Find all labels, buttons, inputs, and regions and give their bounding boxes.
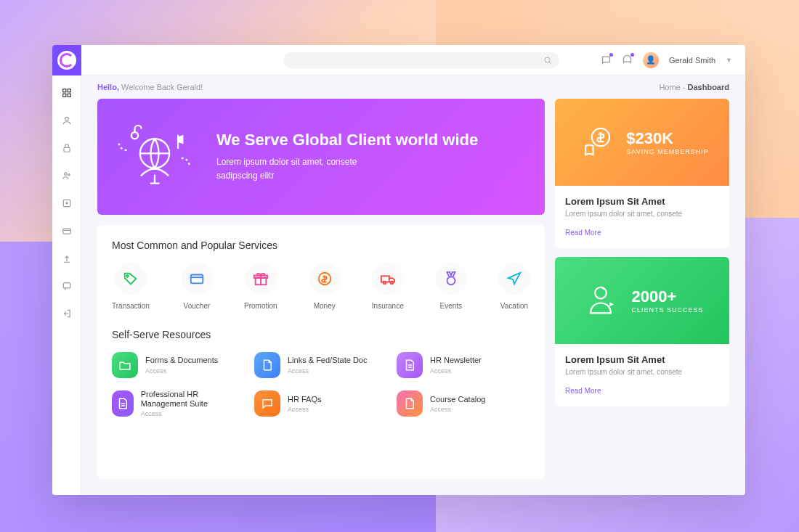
sidebar-item-logout[interactable] bbox=[60, 306, 74, 321]
stat-card: $230KSAVING MEMBERSHIPLorem Ipsum Sit Am… bbox=[555, 99, 729, 248]
chat-icon bbox=[254, 390, 280, 417]
notifications-icon[interactable] bbox=[622, 54, 633, 65]
svg-rect-5 bbox=[63, 147, 69, 152]
doc-icon bbox=[397, 390, 423, 417]
svg-point-17 bbox=[126, 275, 129, 277]
resource-title: Course Catalog bbox=[430, 395, 485, 404]
card-subtitle: CLIENTS SUCCESS bbox=[631, 306, 703, 314]
service-events[interactable]: Events bbox=[435, 263, 467, 310]
svg-line-13 bbox=[549, 62, 551, 64]
resource-title: Professional HR Management Suite bbox=[141, 390, 246, 409]
sidebar-item-chat[interactable] bbox=[60, 279, 74, 293]
topbar: 👤 Gerald Smith ▼ bbox=[81, 45, 745, 75]
app-window: 👤 Gerald Smith ▼ Hello, Welcome Back Ger… bbox=[52, 45, 745, 495]
svg-rect-11 bbox=[63, 283, 70, 288]
doc2-icon bbox=[397, 352, 423, 378]
services-title: Most Common and Popular Services bbox=[112, 240, 530, 251]
service-transaction[interactable]: Transaction bbox=[112, 263, 150, 310]
sidebar-item-people[interactable] bbox=[60, 168, 74, 183]
card-subtitle: SAVING MEMBERSHIP bbox=[626, 148, 708, 155]
service-label: Insurance bbox=[372, 302, 404, 310]
resource-item[interactable]: Course CatalogAccess bbox=[397, 390, 530, 417]
service-label: Promotion bbox=[244, 302, 277, 310]
breadcrumb-home[interactable]: Home bbox=[659, 83, 680, 91]
sidebar-item-upload[interactable] bbox=[60, 251, 74, 266]
resources-title: Self-Serve Resources bbox=[112, 329, 530, 340]
messages-icon[interactable] bbox=[601, 54, 612, 65]
search-input[interactable] bbox=[291, 56, 543, 65]
welcome-text: Welcome Back Gerald! bbox=[121, 83, 203, 91]
sidebar-item-download[interactable] bbox=[60, 196, 74, 210]
card-title: Lorem Ipsum Sit Amet bbox=[565, 196, 719, 207]
medal-icon bbox=[435, 263, 467, 295]
sidebar-item-lock[interactable] bbox=[60, 141, 74, 155]
main-area: 👤 Gerald Smith ▼ Hello, Welcome Back Ger… bbox=[81, 45, 745, 495]
card-icon bbox=[181, 263, 213, 295]
breadcrumb: Home - Dashboard bbox=[659, 83, 729, 91]
resource-sub: Access bbox=[288, 406, 321, 413]
service-money[interactable]: Money bbox=[309, 263, 341, 310]
sidebar-item-card[interactable] bbox=[60, 224, 74, 238]
svg-rect-2 bbox=[62, 94, 65, 97]
logo[interactable] bbox=[52, 45, 81, 75]
svg-rect-1 bbox=[68, 89, 70, 92]
service-label: Events bbox=[440, 302, 463, 310]
resource-sub: Access bbox=[288, 367, 367, 375]
breadcrumb-row: Hello, Welcome Back Gerald! Home - Dashb… bbox=[81, 75, 745, 99]
services-panel: Most Common and Popular Services Transac… bbox=[97, 225, 545, 479]
username: Gerald Smith bbox=[669, 56, 715, 65]
resource-item[interactable]: HR FAQsAccess bbox=[254, 390, 388, 417]
gift-icon bbox=[245, 263, 277, 295]
globe-icon bbox=[115, 117, 195, 197]
resource-item[interactable]: Forms & DocumentsAccess bbox=[112, 352, 246, 378]
resource-title: Forms & Documents bbox=[145, 356, 218, 365]
stat-card: 2000+CLIENTS SUCCESSLorem Ipsum Sit Amet… bbox=[555, 257, 729, 406]
service-label: Voucher bbox=[184, 302, 211, 310]
svg-point-6 bbox=[64, 173, 67, 176]
resource-item[interactable]: Professional HR Management SuiteAccess bbox=[112, 390, 246, 417]
sidebar-item-dashboard[interactable] bbox=[60, 86, 74, 100]
dollar-icon bbox=[575, 122, 616, 163]
svg-point-33 bbox=[596, 287, 607, 299]
card-desc: Lorem ipsum dolor sit amet, consete bbox=[565, 368, 719, 376]
service-promotion[interactable]: Promotion bbox=[244, 263, 277, 310]
resource-sub: Access bbox=[430, 406, 485, 413]
svg-point-16 bbox=[131, 132, 138, 139]
truck-icon bbox=[372, 263, 404, 295]
card-header: $230KSAVING MEMBERSHIP bbox=[555, 99, 729, 186]
svg-point-12 bbox=[545, 57, 550, 62]
read-more-link[interactable]: Read More bbox=[565, 229, 601, 237]
service-label: Money bbox=[314, 302, 336, 310]
resource-item[interactable]: Links & Fed/State DocAccess bbox=[254, 352, 388, 378]
avatar[interactable]: 👤 bbox=[643, 52, 659, 68]
search-bar[interactable] bbox=[283, 52, 559, 68]
breadcrumb-current: Dashboard bbox=[688, 83, 729, 91]
svg-rect-0 bbox=[62, 89, 65, 92]
service-label: Transaction bbox=[112, 302, 150, 310]
hero-banner: We Serve Global Client world wide Lorem … bbox=[97, 99, 545, 215]
hero-title: We Serve Global Client world wide bbox=[216, 131, 478, 150]
sidebar-item-user[interactable] bbox=[60, 113, 74, 128]
chevron-down-icon[interactable]: ▼ bbox=[726, 57, 732, 64]
resource-sub: Access bbox=[145, 367, 218, 375]
content: We Serve Global Client world wide Lorem … bbox=[81, 99, 745, 495]
doc2-icon bbox=[112, 390, 134, 417]
card-title: Lorem Ipsum Sit Amet bbox=[565, 354, 719, 365]
svg-rect-3 bbox=[68, 94, 70, 97]
resource-sub: Access bbox=[430, 367, 482, 375]
card-value: 2000+ bbox=[631, 287, 703, 306]
service-voucher[interactable]: Voucher bbox=[181, 263, 213, 310]
tag-icon bbox=[115, 263, 147, 295]
person-icon bbox=[580, 280, 621, 321]
card-header: 2000+CLIENTS SUCCESS bbox=[555, 257, 729, 344]
resource-item[interactable]: HR NewsletterAccess bbox=[397, 352, 530, 378]
service-insurance[interactable]: Insurance bbox=[372, 263, 404, 310]
service-vacation[interactable]: Vacation bbox=[498, 263, 530, 310]
resource-title: HR Newsletter bbox=[430, 356, 482, 365]
doc-icon bbox=[254, 352, 280, 378]
service-label: Vacation bbox=[500, 302, 528, 310]
search-icon bbox=[543, 56, 552, 65]
read-more-link[interactable]: Read More bbox=[565, 387, 601, 395]
resource-sub: Access bbox=[141, 410, 246, 417]
svg-point-7 bbox=[68, 174, 69, 176]
